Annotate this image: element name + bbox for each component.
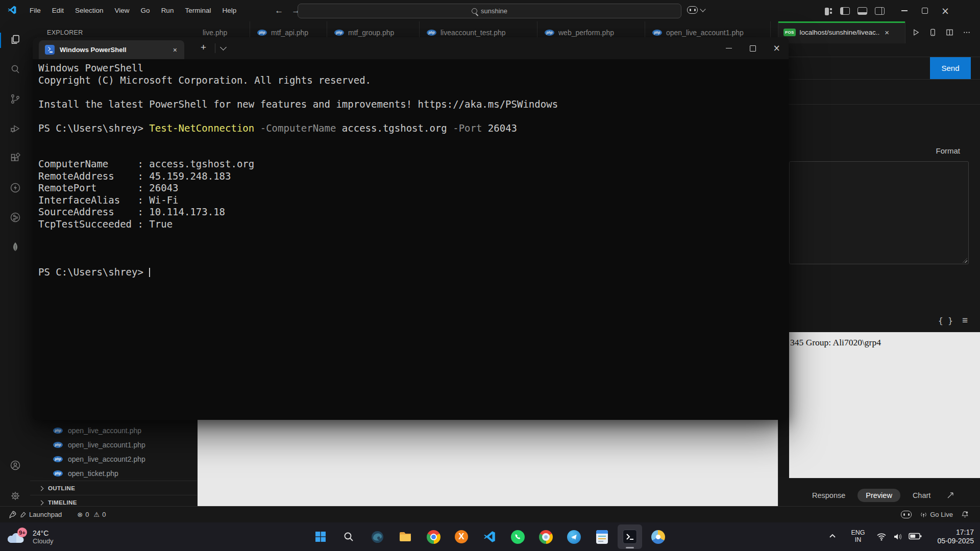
taskbar-icon-chrome[interactable] (421, 524, 446, 549)
tray-date: 05-09-2025 (930, 537, 974, 545)
terminal-body[interactable]: Windows PowerShell Copyright (C) Microso… (33, 59, 789, 420)
taskbar-icon-xampp[interactable]: X (449, 524, 474, 549)
powershell-window: Windows PowerShell × + × Windows PowerSh… (33, 37, 789, 420)
terminal-tab[interactable]: Windows PowerShell × (39, 40, 184, 59)
taskbar-icon-blue-app[interactable] (561, 524, 586, 549)
taskbar-icon-whatsapp[interactable] (505, 524, 530, 549)
file-item[interactable]: php open_live_account.php (30, 423, 197, 438)
nav-back-icon[interactable]: ← (271, 6, 287, 16)
menu-terminal[interactable]: Terminal (179, 4, 216, 17)
taskbar-icon-edge[interactable] (365, 524, 389, 549)
search-input[interactable]: sunshine (298, 4, 681, 18)
response-preview-pane: 345 Group: Ali7020\grp4 (789, 332, 980, 478)
sidebar-item-run-debug[interactable] (0, 116, 30, 141)
file-item[interactable]: php open_live_account1.php (30, 438, 197, 452)
tab-dropdown-icon[interactable] (220, 44, 227, 51)
align-lines-icon[interactable]: ≡ (962, 315, 968, 326)
tray-chevron-up-icon[interactable] (828, 532, 837, 543)
file-item[interactable]: php open_ticket.php (30, 466, 197, 481)
vscode-titlebar: File Edit Selection View Go Run Terminal… (0, 0, 980, 21)
sidebar-item-mongodb[interactable] (0, 235, 30, 259)
menu-edit[interactable]: Edit (46, 4, 69, 17)
taskbar-icon-search[interactable] (336, 524, 361, 549)
sidebar-item-extensions[interactable] (0, 146, 30, 170)
expand-icon[interactable] (946, 491, 955, 500)
terminal-titlebar[interactable]: Windows PowerShell × + × (33, 37, 789, 59)
launchpad-button[interactable]: Launchpad (8, 510, 62, 519)
taskbar-icon-trading-app[interactable] (646, 524, 670, 549)
terminal-output-line: SourceAddress : 10.114.173.18 (38, 206, 789, 218)
settings-gear-icon[interactable] (0, 484, 30, 508)
terminal-minimize-button[interactable] (717, 37, 741, 59)
request-tab[interactable]: POS localhost/sunshine/liveac.. × (778, 21, 905, 43)
status-bar: Launchpad ⊗ 0 ⚠ 0 Go Live (0, 506, 980, 522)
terminal-prompt-line[interactable]: PS C:\Users\shrey> (38, 266, 789, 279)
json-format-icon[interactable]: { } (938, 316, 953, 325)
rocket-icon (8, 510, 17, 519)
tray-language-indicator[interactable]: ENG IN (848, 529, 868, 543)
more-actions-icon[interactable] (963, 29, 971, 36)
sidebar-item-explorer[interactable] (0, 28, 30, 52)
tab-chart[interactable]: Chart (913, 491, 930, 499)
copilot-icon (901, 511, 912, 518)
rocket-small-icon (19, 511, 27, 518)
taskbar-icon-chrome-profile[interactable] (533, 524, 558, 549)
php-file-icon: php (652, 30, 662, 36)
terminal-output-line: InterfaceAlias : Wi-Fi (38, 194, 789, 207)
sidebar-item-search[interactable] (0, 57, 30, 82)
menu-selection[interactable]: Selection (69, 4, 109, 17)
menu-file[interactable]: File (24, 4, 46, 17)
close-terminal-tab-icon[interactable]: × (173, 46, 177, 54)
tray-volume-icon[interactable] (892, 531, 903, 544)
taskbar-icon-notepad[interactable] (590, 524, 614, 549)
toggle-secondary-sidebar-icon[interactable] (875, 7, 885, 15)
toggle-sidebar-icon[interactable] (840, 7, 850, 15)
tab-preview[interactable]: Preview (857, 489, 900, 502)
window-minimize-button[interactable] (894, 0, 915, 21)
copilot-status-button[interactable] (901, 511, 912, 518)
close-tab-icon[interactable]: × (885, 28, 889, 37)
menu-go[interactable]: Go (135, 4, 156, 17)
php-file-icon: php (53, 470, 63, 477)
taskbar-icon-terminal[interactable] (618, 524, 642, 549)
new-tab-button[interactable]: + (201, 42, 206, 52)
sidebar-item-share-plugin[interactable] (0, 205, 30, 230)
terminal-line: Copyright (C) Microsoft Corporation. All… (38, 74, 789, 87)
php-file-icon: php (257, 30, 267, 36)
format-button[interactable]: Format (909, 146, 960, 155)
window-close-button[interactable]: × (935, 0, 955, 21)
device-preview-icon[interactable] (929, 29, 937, 36)
copilot-button[interactable] (687, 6, 705, 14)
menu-view[interactable]: View (109, 4, 135, 17)
sidebar-item-thunder-client[interactable] (0, 176, 30, 200)
taskbar-icon-start[interactable] (308, 524, 333, 549)
toggle-panel-icon[interactable] (857, 7, 867, 15)
split-editor-icon[interactable] (946, 29, 953, 36)
vscode-logo-icon (7, 5, 17, 17)
terminal-close-button[interactable]: × (765, 37, 789, 59)
menu-run[interactable]: Run (156, 4, 180, 17)
run-request-icon[interactable] (912, 29, 920, 36)
go-live-button[interactable]: Go Live (920, 511, 953, 518)
sidebar-item-source-control[interactable] (0, 87, 30, 111)
notifications-bell-icon[interactable] (961, 511, 969, 518)
problems-indicator[interactable]: ⊗ 0 ⚠ 0 (77, 511, 106, 518)
php-file-icon: php (545, 30, 554, 36)
taskbar-icon-vscode[interactable] (477, 524, 502, 549)
activity-bar (0, 21, 31, 506)
request-body-textarea[interactable] (789, 161, 969, 264)
tray-clock[interactable]: 17:17 05-09-2025 (930, 528, 974, 545)
file-item[interactable]: php open_live_account2.php (30, 452, 197, 466)
tab-response[interactable]: Response (812, 491, 845, 499)
weather-widget[interactable]: 9+ 24°C Cloudy (6, 522, 53, 551)
send-button[interactable]: Send (930, 57, 971, 79)
menu-help[interactable]: Help (216, 4, 242, 17)
outline-section[interactable]: OUTLINE (30, 481, 197, 495)
taskbar-icon-file-explorer[interactable] (393, 524, 418, 549)
customize-layout-icon[interactable] (825, 8, 832, 14)
window-restore-button[interactable] (915, 0, 935, 21)
tray-wifi-icon[interactable] (876, 531, 887, 544)
tray-battery-icon[interactable] (909, 532, 922, 542)
terminal-maximize-button[interactable] (741, 37, 765, 59)
account-icon[interactable] (0, 453, 30, 478)
